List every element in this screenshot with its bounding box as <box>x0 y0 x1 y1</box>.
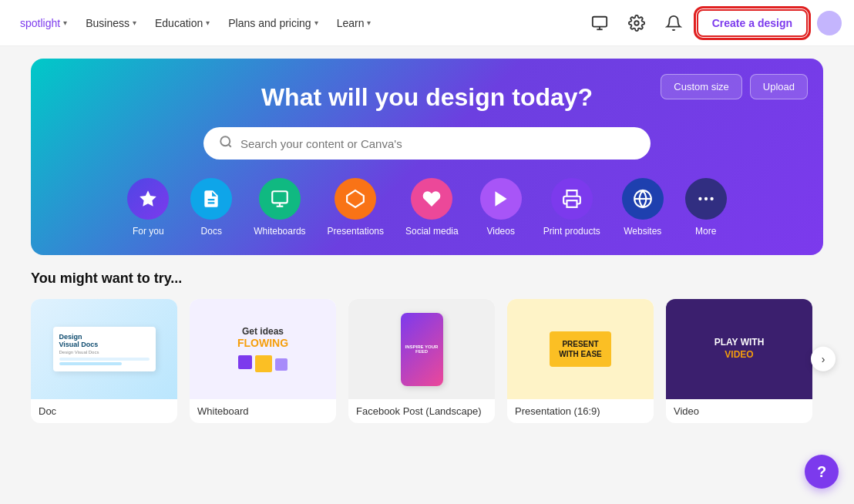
svg-marker-9 <box>347 190 364 207</box>
category-item-more[interactable]: More <box>685 178 727 237</box>
docs-icon <box>190 178 232 220</box>
svg-rect-0 <box>593 16 607 26</box>
business-label: Business <box>86 17 129 29</box>
category-item-for-you[interactable]: For you <box>127 178 169 237</box>
nav-item-plans[interactable]: Plans and pricing ▾ <box>220 11 325 35</box>
category-item-social[interactable]: Social media <box>405 178 459 237</box>
category-label-whiteboards: Whiteboards <box>254 226 305 237</box>
learn-label: Learn <box>337 17 365 29</box>
categories-row: For you Docs Whiteboards Presentations S… <box>49 178 805 237</box>
help-button[interactable]: ? <box>805 455 839 489</box>
card-presentation[interactable]: PRESENTWITH EASE Presentation (16:9) <box>507 299 654 423</box>
plans-label: Plans and pricing <box>228 17 311 29</box>
nav-item-business[interactable]: Business ▾ <box>78 11 144 35</box>
svg-line-5 <box>228 144 230 146</box>
card-doc[interactable]: DesignVisual DocsDesign Visual Docs Doc <box>31 299 177 423</box>
card-label-facebook-post: Facebook Post (Landscape) <box>348 399 495 423</box>
custom-size-button[interactable]: Custom size <box>661 74 742 99</box>
card-label-video: Video <box>666 399 812 423</box>
card-label-whiteboard: Whiteboard <box>190 399 336 423</box>
more-icon <box>685 178 727 220</box>
svg-point-4 <box>220 136 230 146</box>
svg-point-3 <box>634 21 639 25</box>
category-label-print: Print products <box>543 226 600 237</box>
chevron-down-icon: ▾ <box>314 18 318 27</box>
category-item-presentations[interactable]: Presentations <box>328 178 384 237</box>
websites-icon <box>622 178 664 220</box>
monitor-icon[interactable] <box>586 9 614 37</box>
chevron-down-icon: ▾ <box>206 18 210 27</box>
settings-icon[interactable] <box>623 9 651 37</box>
svg-point-14 <box>698 197 701 200</box>
card-thumbnail-presentation: PRESENTWITH EASE <box>507 299 654 399</box>
category-label-more: More <box>695 226 716 237</box>
suggestions-section: You might want to try... DesignVisual Do… <box>31 270 823 423</box>
card-thumbnail-doc: DesignVisual DocsDesign Visual Docs <box>31 299 177 399</box>
for-you-icon <box>127 178 169 220</box>
videos-icon <box>480 178 522 220</box>
avatar[interactable] <box>817 11 842 35</box>
card-thumbnail-facebook-post: INSPIRE YOUR FEED <box>348 299 495 399</box>
card-label-presentation: Presentation (16:9) <box>507 399 654 423</box>
nav-item-learn[interactable]: Learn ▾ <box>329 11 379 35</box>
svg-point-16 <box>710 197 713 200</box>
whiteboards-icon <box>259 178 301 220</box>
main-content: Custom size Upload What will you design … <box>0 46 854 504</box>
hero-section: Custom size Upload What will you design … <box>31 59 823 255</box>
chevron-down-icon: ▾ <box>63 18 67 27</box>
svg-rect-11 <box>567 200 577 207</box>
notifications-icon[interactable] <box>660 9 688 37</box>
search-bar <box>203 127 651 160</box>
category-label-docs: Docs <box>201 226 222 237</box>
card-video[interactable]: PLAY WITHVIDEO Video <box>666 299 812 423</box>
svg-marker-10 <box>495 191 506 207</box>
category-item-print[interactable]: Print products <box>543 178 600 237</box>
social-icon <box>411 178 452 220</box>
category-label-videos: Videos <box>486 226 514 237</box>
nav-item-spotlight[interactable]: spotlight ▾ <box>12 11 75 35</box>
presentations-icon <box>335 178 376 220</box>
spotlight-label: spotlight <box>20 17 60 29</box>
category-label-websites: Websites <box>624 226 661 237</box>
next-arrow-button[interactable]: › <box>811 346 836 371</box>
category-label-social: Social media <box>405 226 459 237</box>
upload-button[interactable]: Upload <box>750 74 808 99</box>
print-icon <box>551 178 593 220</box>
hero-buttons: Custom size Upload <box>661 74 808 99</box>
card-whiteboard[interactable]: Get ideasFLOWING Whiteboard <box>190 299 336 423</box>
navbar: spotlight ▾ Business ▾ Education ▾ Plans… <box>0 0 854 46</box>
nav-left: spotlight ▾ Business ▾ Education ▾ Plans… <box>12 11 586 35</box>
search-input[interactable] <box>240 137 635 150</box>
chevron-down-icon: ▾ <box>367 18 371 27</box>
card-thumbnail-video: PLAY WITHVIDEO <box>666 299 812 399</box>
suggestions-title: You might want to try... <box>31 270 823 287</box>
card-label-doc: Doc <box>31 399 177 423</box>
svg-rect-6 <box>272 191 287 203</box>
card-facebook-post[interactable]: INSPIRE YOUR FEED Facebook Post (Landsca… <box>348 299 495 423</box>
category-label-for-you: For you <box>133 226 164 237</box>
card-thumbnail-whiteboard: Get ideasFLOWING <box>190 299 336 399</box>
education-label: Education <box>155 17 203 29</box>
category-item-docs[interactable]: Docs <box>190 178 232 237</box>
svg-point-15 <box>704 197 708 200</box>
chevron-down-icon: ▾ <box>133 18 136 27</box>
category-label-presentations: Presentations <box>328 226 384 237</box>
nav-right: Create a design <box>586 9 842 37</box>
category-item-videos[interactable]: Videos <box>480 178 522 237</box>
category-item-whiteboards[interactable]: Whiteboards <box>254 178 305 237</box>
nav-item-education[interactable]: Education ▾ <box>147 11 217 35</box>
search-icon <box>219 135 233 152</box>
category-item-websites[interactable]: Websites <box>622 178 664 237</box>
create-design-button[interactable]: Create a design <box>697 9 808 37</box>
cards-row: DesignVisual DocsDesign Visual Docs Doc … <box>31 299 823 423</box>
